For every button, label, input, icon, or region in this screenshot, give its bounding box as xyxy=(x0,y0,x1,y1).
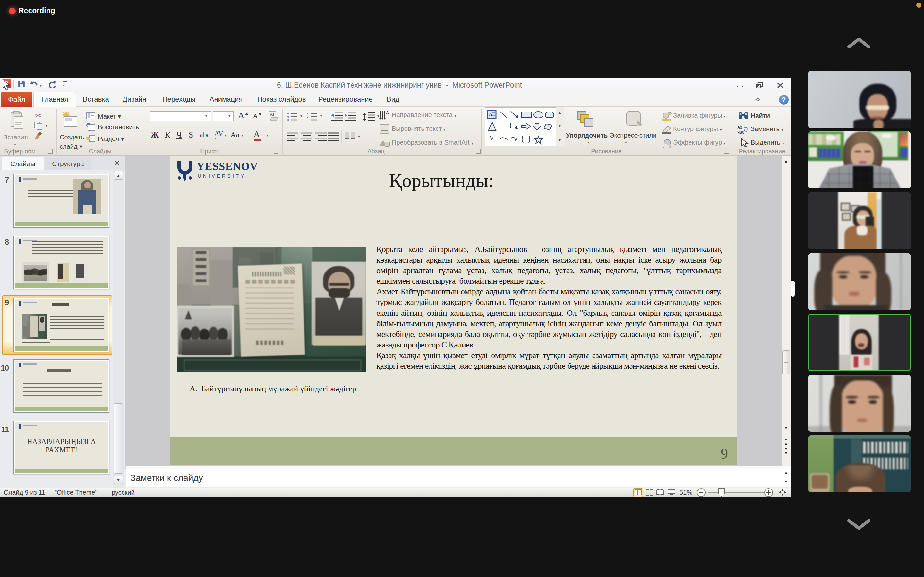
svg-text:1: 1 xyxy=(307,112,309,115)
svg-text:A: A xyxy=(489,112,493,117)
svg-text:2: 2 xyxy=(307,115,309,118)
svg-text:А: А xyxy=(386,110,389,115)
svg-text:}: } xyxy=(527,134,531,143)
svg-text:ab: ab xyxy=(737,125,742,130)
svg-text:час: час xyxy=(737,129,744,134)
svg-text:{: { xyxy=(520,134,524,143)
svg-text:3: 3 xyxy=(307,118,309,121)
svg-text:Аз: Аз xyxy=(270,112,275,117)
